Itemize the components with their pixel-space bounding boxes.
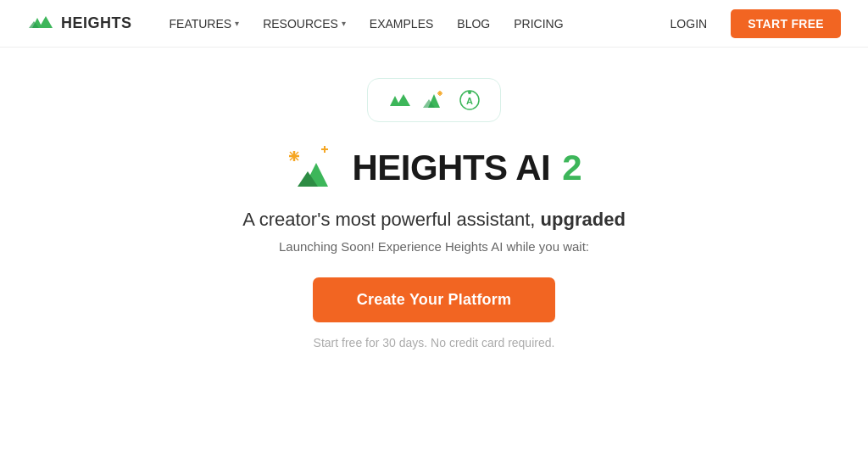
svg-marker-4 bbox=[397, 94, 410, 106]
logo-link[interactable]: HEIGHTS bbox=[27, 13, 132, 35]
svg-point-13 bbox=[468, 91, 471, 94]
free-text: Start free for 30 days. No credit card r… bbox=[314, 336, 555, 350]
nav-links: FEATURES ▾ RESOURCES ▾ EXAMPLES BLOG PRI… bbox=[159, 12, 660, 36]
start-free-button[interactable]: START FREE bbox=[731, 9, 841, 38]
create-platform-button[interactable]: Create Your Platform bbox=[313, 277, 555, 322]
badge-icon-ai-assistant: A bbox=[454, 87, 485, 113]
login-button[interactable]: LOGIN bbox=[660, 12, 718, 36]
nav-pricing[interactable]: PRICING bbox=[504, 12, 573, 36]
svg-text:A: A bbox=[466, 96, 473, 106]
nav-right: LOGIN START FREE bbox=[660, 9, 841, 38]
nav-features[interactable]: FEATURES ▾ bbox=[159, 12, 250, 36]
hero-section: A HEIGHTS AI 2 A cr bbox=[0, 48, 868, 350]
hero-title-version: 2 bbox=[562, 148, 581, 188]
hero-subtitle: A creator's most powerful assistant, upg… bbox=[242, 209, 626, 231]
nav-blog[interactable]: BLOG bbox=[447, 12, 500, 36]
hero-headline: HEIGHTS AI 2 bbox=[286, 143, 581, 193]
svg-marker-1 bbox=[39, 16, 53, 28]
nav-resources[interactable]: RESOURCES ▾ bbox=[253, 12, 356, 36]
badge-icon-mountains bbox=[383, 87, 414, 113]
hero-title-text: HEIGHTS AI bbox=[352, 148, 550, 188]
nav-examples[interactable]: EXAMPLES bbox=[359, 12, 443, 36]
icon-badge: A bbox=[367, 78, 501, 122]
chevron-down-icon: ▾ bbox=[342, 19, 346, 28]
logo-icon bbox=[27, 13, 54, 35]
hero-logo-icon bbox=[286, 143, 340, 193]
badge-icon-sparkle-mountain bbox=[419, 87, 449, 113]
hero-subtext: Launching Soon! Experience Heights AI wh… bbox=[279, 239, 589, 254]
chevron-down-icon: ▾ bbox=[235, 19, 239, 28]
logo-text: HEIGHTS bbox=[61, 14, 132, 32]
navbar: HEIGHTS FEATURES ▾ RESOURCES ▾ EXAMPLES … bbox=[0, 0, 868, 48]
